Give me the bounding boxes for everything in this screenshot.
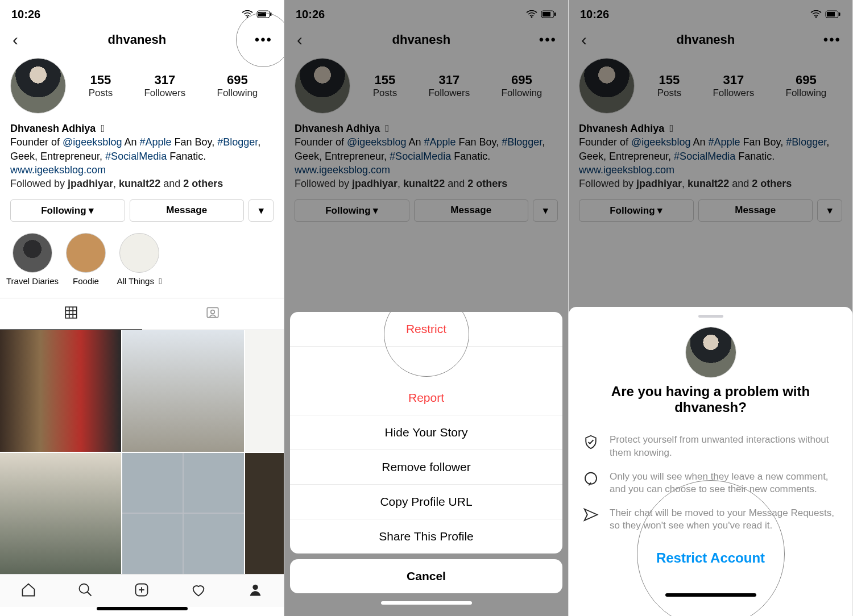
post-thumbnail[interactable] <box>0 330 121 451</box>
action-buttons: Following ▾ Message ▾ <box>284 196 568 230</box>
screen-profile: 10:26 ‹ dhvanesh ••• 155Posts 317Followe… <box>0 0 284 616</box>
stat-posts-count: 155 <box>89 73 113 88</box>
sheet-copy-url[interactable]: Copy Profile URL <box>290 485 562 519</box>
sheet-report[interactable]: Report <box>290 381 562 415</box>
bio-hashtag-blogger[interactable]: #Blogger <box>217 136 258 148</box>
bio-link[interactable]: www.igeeksblog.com <box>10 164 106 176</box>
status-bar: 10:26 <box>569 0 852 25</box>
stat-followers-label: Followers <box>144 88 185 99</box>
chevron-down-icon: ▾ <box>543 205 548 216</box>
following-button[interactable]: Following ▾ <box>579 199 694 222</box>
avatar[interactable] <box>579 58 635 114</box>
avatar <box>685 327 736 378</box>
svg-point-14 <box>815 16 817 18</box>
stat-posts[interactable]: 155Posts <box>89 73 113 99</box>
tab-tagged[interactable] <box>142 298 284 330</box>
sheet-share-profile[interactable]: Share This Profile <box>290 519 562 553</box>
highlight-travel[interactable]: Travel Diaries <box>10 233 55 286</box>
sheet-cancel[interactable]: Cancel <box>290 559 562 593</box>
tabbar-home-icon[interactable] <box>20 582 36 600</box>
chevron-down-icon: ▾ <box>373 205 378 216</box>
svg-rect-2 <box>258 12 266 16</box>
more-button[interactable]: ••• <box>251 28 276 51</box>
stat-followers[interactable]: 317Followers <box>144 73 185 99</box>
chevron-down-icon: ▾ <box>827 205 833 216</box>
tabbar-heart-icon[interactable] <box>191 582 206 600</box>
highlight-foodie[interactable]: Foodie <box>64 233 108 286</box>
shield-icon <box>582 434 599 451</box>
message-button[interactable]: Message <box>130 199 245 222</box>
back-button[interactable]: ‹ <box>8 30 23 49</box>
posts-grid <box>0 330 284 574</box>
post-thumbnail[interactable] <box>122 330 243 451</box>
stat-following[interactable]: 695Following <box>217 73 258 99</box>
svg-rect-13 <box>554 13 556 16</box>
avatar[interactable] <box>10 58 66 114</box>
svg-point-6 <box>211 310 215 314</box>
nav-bar: ‹ dhvanesh ••• <box>0 25 284 55</box>
stat-posts[interactable]: 155Posts <box>373 73 397 99</box>
suggested-button[interactable]: ▾ <box>533 199 558 222</box>
bio-text-5: Fanatic. <box>167 151 206 162</box>
stat-following-count: 695 <box>217 73 258 88</box>
post-thumbnail[interactable] <box>245 330 284 451</box>
following-button[interactable]: Following ▾ <box>10 199 125 222</box>
following-button[interactable]: Following ▾ <box>295 199 409 222</box>
suggested-button[interactable]: ▾ <box>817 199 842 222</box>
highlight-ring <box>66 233 106 273</box>
tabbar-newpost-icon[interactable] <box>134 582 150 600</box>
back-button[interactable]: ‹ <box>577 30 591 49</box>
tabbar-search-icon[interactable] <box>77 582 93 600</box>
highlight-label: Travel Diaries <box>6 276 59 286</box>
sheet-grabber[interactable] <box>698 315 723 318</box>
tab-grid[interactable] <box>0 298 142 330</box>
apple-icon <box>156 276 162 286</box>
post-thumbnail[interactable] <box>245 453 284 574</box>
followed-by[interactable]: Followed by jpadhiyar, kunalt22 and 2 ot… <box>295 178 507 189</box>
clock: 10:26 <box>580 8 609 21</box>
profile-stats: 155Posts 317Followers 695Following <box>73 73 274 99</box>
sheet-restrict[interactable]: Restrict <box>290 312 562 347</box>
message-button[interactable]: Message <box>414 199 529 222</box>
tabbar-profile-icon[interactable] <box>247 582 263 600</box>
home-indicator <box>381 601 472 605</box>
svg-point-9 <box>252 584 258 589</box>
more-button[interactable]: ••• <box>536 28 560 51</box>
stat-following[interactable]: 695Following <box>502 73 543 99</box>
highlight-ring <box>13 233 52 273</box>
bio-hashtag-socialmedia[interactable]: #SocialMedia <box>105 151 167 162</box>
post-thumbnail[interactable] <box>122 453 243 574</box>
highlight-ring <box>119 233 159 273</box>
post-thumbnail[interactable] <box>0 453 121 574</box>
highlight-label: Foodie <box>73 276 99 286</box>
restrict-bullets: Protect yourself from unwanted interacti… <box>569 428 852 538</box>
restrict-account-button[interactable]: Restrict Account <box>569 538 852 571</box>
sheet-remove-follower[interactable]: Remove follower <box>290 450 562 485</box>
status-bar: 10:26 <box>0 0 284 25</box>
svg-rect-4 <box>65 307 77 319</box>
bio-hashtag-apple[interactable]: #Apple <box>139 136 171 148</box>
profile-bio: Dhvanesh Adhiya Founder of @igeeksblog A… <box>284 120 568 196</box>
action-buttons: Following ▾ Message ▾ <box>569 196 852 230</box>
highlight-label: All Things <box>117 276 162 286</box>
svg-point-10 <box>531 16 533 18</box>
status-right-icons <box>810 10 841 18</box>
suggested-button[interactable]: ▾ <box>249 199 274 222</box>
avatar[interactable] <box>295 58 350 114</box>
highlight-allthings[interactable]: All Things <box>117 233 162 286</box>
more-button[interactable]: ••• <box>820 28 844 51</box>
actionsheet-main: Restrict Report Hide Your Story Remove f… <box>290 312 562 553</box>
bio-mention[interactable]: @igeeksblog <box>63 136 122 148</box>
message-button[interactable]: Message <box>698 199 813 222</box>
bullet-text: Their chat will be moved to your Message… <box>610 507 839 532</box>
sheet-hide-story[interactable]: Hide Your Story <box>290 415 562 450</box>
stat-followers[interactable]: 317Followers <box>428 73 470 99</box>
back-button[interactable]: ‹ <box>292 30 307 49</box>
followed-by[interactable]: Followed by jpadhiyar, kunalt22 and 2 ot… <box>10 178 223 189</box>
profile-header: 155Posts 317Followers 695Following <box>569 55 852 120</box>
screen-restrict-card: 10:26 ‹ dhvanesh ••• 155Posts 317Followe… <box>569 0 853 616</box>
story-highlights: Travel Diaries Foodie All Things <box>0 230 284 294</box>
profile-bio: Dhvanesh Adhiya Founder of @igeeksblog A… <box>0 120 284 196</box>
svg-rect-5 <box>208 308 219 318</box>
profile-stats: 155Posts 317Followers 695Following <box>641 73 842 99</box>
